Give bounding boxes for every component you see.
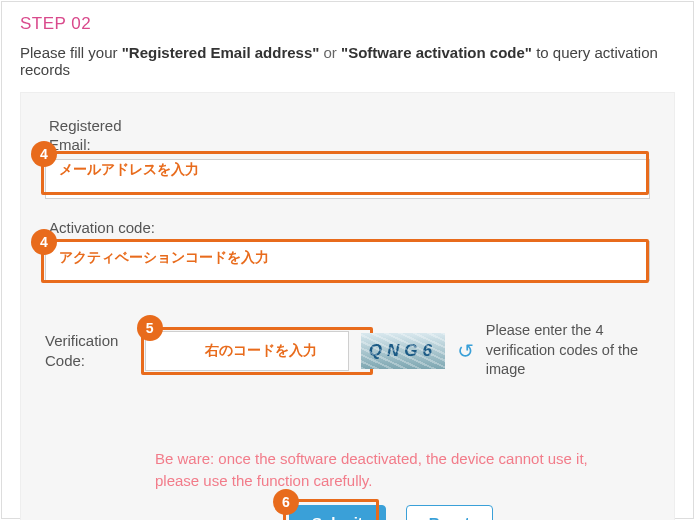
- instruction-or: or: [319, 44, 341, 61]
- reset-button[interactable]: Reset: [406, 505, 493, 520]
- annotation-badge-4a: 4: [31, 141, 57, 167]
- instruction-bold-email: "Registered Email address": [122, 44, 320, 61]
- email-group: Registered Email: 4 メールアドレスを入力: [45, 117, 650, 199]
- instruction-line: Please fill your "Registered Email addre…: [20, 44, 675, 78]
- captcha-image-text: QNG6: [369, 341, 437, 361]
- annotation-badge-4b: 4: [31, 229, 57, 255]
- form-panel: Registered Email: 4 メールアドレスを入力 Activatio…: [20, 92, 675, 520]
- email-label: Registered Email:: [49, 117, 139, 155]
- code-label: Activation code:: [49, 219, 650, 238]
- captcha-row: Verification Code: 5 右のコードを入力 QNG6 ↻ Ple…: [45, 321, 650, 380]
- submit-button[interactable]: Submit: [289, 505, 386, 520]
- captcha-label: Verification Code:: [45, 331, 133, 370]
- step-title: STEP 02: [20, 14, 693, 34]
- refresh-captcha-icon[interactable]: ↻: [457, 339, 474, 363]
- captcha-hint: Please enter the 4 verification codes of…: [486, 321, 650, 380]
- code-group: Activation code: 4 アクティベーションコードを入力: [45, 219, 650, 282]
- screenshot-frame: STEP 02 Please fill your "Registered Ema…: [1, 1, 694, 519]
- instruction-bold-code: "Software activation code": [341, 44, 532, 61]
- warning-text: Be ware: once the software deactivated, …: [155, 448, 595, 492]
- annotation-badge-5: 5: [137, 315, 163, 341]
- button-row: Submit 6 Reset: [289, 505, 650, 520]
- captcha-image: QNG6: [361, 333, 445, 369]
- activation-code-input[interactable]: [45, 241, 650, 281]
- instruction-prefix: Please fill your: [20, 44, 122, 61]
- email-input[interactable]: [45, 159, 650, 199]
- captcha-input[interactable]: [145, 331, 349, 371]
